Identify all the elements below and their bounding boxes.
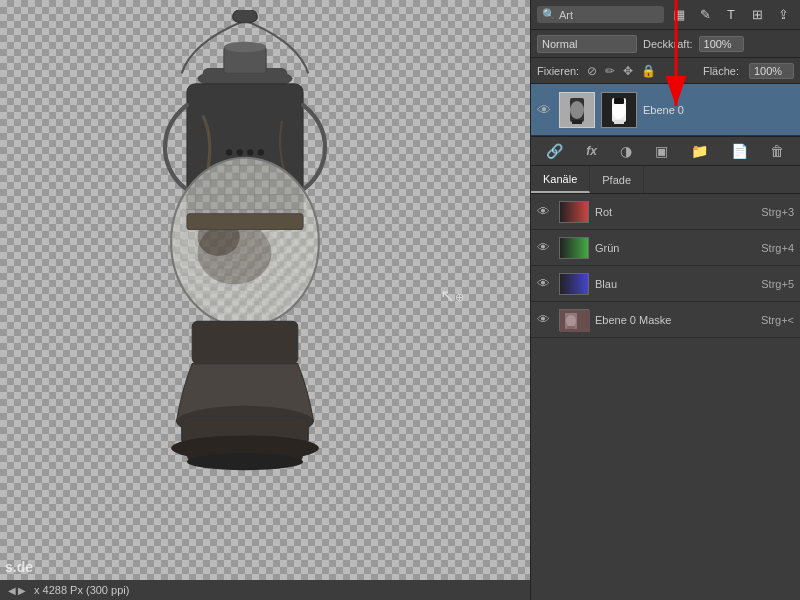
channel-rot-eye[interactable]: 👁 <box>537 204 553 219</box>
lantern-container <box>30 10 460 580</box>
svg-point-6 <box>237 149 243 155</box>
layer-name: Ebene 0 <box>643 104 794 116</box>
svg-point-26 <box>570 101 584 119</box>
text-icon-btn[interactable]: T <box>720 4 742 26</box>
svg-point-7 <box>247 149 253 155</box>
channels-section: Kanäle Pfade 👁 Rot Strg+3 👁 Grün Strg+4 … <box>531 166 800 600</box>
channel-maske-eye[interactable]: 👁 <box>537 312 553 327</box>
channel-rot-thumb <box>559 201 589 223</box>
svg-rect-27 <box>572 120 582 124</box>
nav-arrows[interactable]: ◀ ▶ <box>8 585 26 596</box>
lock-row: Fixieren: ⊘ ✏ ✥ 🔒 Fläche: <box>531 58 800 84</box>
prev-arrow[interactable]: ◀ <box>8 585 16 596</box>
folder-icon[interactable]: 📁 <box>686 140 713 162</box>
svg-point-23 <box>187 453 303 470</box>
blend-mode-select[interactable]: Normal Multiplizieren Negativ multipliz. <box>537 35 637 53</box>
channel-blau-eye[interactable]: 👁 <box>537 276 553 291</box>
watermark: s.de <box>5 559 33 575</box>
layer-thumbnail <box>559 92 595 128</box>
group-icon[interactable]: ▣ <box>650 140 673 162</box>
channel-maske-name: Ebene 0 Maske <box>595 314 755 326</box>
adjustment-icon[interactable]: ◑ <box>615 140 637 162</box>
channel-maske-thumb <box>559 309 589 331</box>
svg-rect-18 <box>192 321 298 363</box>
search-icon: 🔍 <box>542 8 556 21</box>
svg-point-8 <box>258 149 264 155</box>
lock-transparent-icon[interactable]: ⊘ <box>585 62 599 80</box>
svg-rect-17 <box>187 214 303 230</box>
lock-icons: ⊘ ✏ ✥ 🔒 <box>585 62 658 80</box>
fixieren-label: Fixieren: <box>537 65 579 77</box>
delete-icon[interactable]: 🗑 <box>765 140 789 162</box>
link-icon[interactable]: 🔗 <box>541 140 568 162</box>
channel-rot-name: Rot <box>595 206 755 218</box>
lock-all-icon[interactable]: 🔒 <box>639 62 658 80</box>
right-panel: 🔍 ▦ ✎ T ⊞ ⇪ Normal Multiplizieren Negati… <box>530 0 800 600</box>
channel-blau-thumb <box>559 273 589 295</box>
crop-icon-btn[interactable]: ⊞ <box>746 4 768 26</box>
channel-gruen-name: Grün <box>595 242 755 254</box>
channel-maske-shortcut: Strg+< <box>761 314 794 326</box>
layer-mask-thumbnail <box>601 92 637 128</box>
tab-pfade[interactable]: Pfade <box>590 166 644 193</box>
channel-blau-shortcut: Strg+5 <box>761 278 794 290</box>
layer-list: 👁 <box>531 84 800 136</box>
next-arrow[interactable]: ▶ <box>18 585 26 596</box>
flaeche-label: Fläche: <box>703 65 739 77</box>
lantern-image <box>30 10 460 580</box>
layer-bottom-toolbar: 🔗 fx ◑ ▣ 📁 📄 🗑 <box>531 136 800 166</box>
layer-item-ebene0[interactable]: 👁 <box>531 84 800 136</box>
search-box[interactable]: 🔍 <box>537 6 664 23</box>
channel-ebene0-maske[interactable]: 👁 Ebene 0 Maske Strg+< <box>531 302 800 338</box>
brush-icon-btn[interactable]: ✎ <box>694 4 716 26</box>
image-dimensions: x 4288 Px (300 ppi) <box>34 584 129 596</box>
svg-point-5 <box>226 149 232 155</box>
channel-blau-name: Blau <box>595 278 755 290</box>
channel-gruen-shortcut: Strg+4 <box>761 242 794 254</box>
blend-mode-row: Normal Multiplizieren Negativ multipliz.… <box>531 30 800 58</box>
panel-toolbar: 🔍 ▦ ✎ T ⊞ ⇪ <box>531 0 800 30</box>
svg-point-3 <box>224 42 266 53</box>
export-icon-btn[interactable]: ⇪ <box>772 4 794 26</box>
search-input[interactable] <box>559 9 659 21</box>
channel-gruen[interactable]: 👁 Grün Strg+4 <box>531 230 800 266</box>
channel-rot-shortcut: Strg+3 <box>761 206 794 218</box>
lock-move-icon[interactable]: ✥ <box>621 62 635 80</box>
channel-blau[interactable]: 👁 Blau Strg+5 <box>531 266 800 302</box>
svg-rect-40 <box>560 310 590 332</box>
channel-gruen-eye[interactable]: 👁 <box>537 240 553 255</box>
channels-tabs: Kanäle Pfade <box>531 166 800 194</box>
layer-visibility-icon[interactable]: 👁 <box>537 102 553 118</box>
canvas-area: ↖⊕ s.de ◀ ▶ x 4288 Px (300 ppi) <box>0 0 530 600</box>
svg-rect-32 <box>614 98 624 104</box>
channel-gruen-thumb <box>559 237 589 259</box>
status-bar: ◀ ▶ x 4288 Px (300 ppi) <box>0 580 530 600</box>
lock-paint-icon[interactable]: ✏ <box>603 62 617 80</box>
flaeche-input[interactable] <box>749 63 794 79</box>
channel-rot[interactable]: 👁 Rot Strg+3 <box>531 194 800 230</box>
deckkraft-label: Deckkraft: <box>643 38 693 50</box>
fx-icon[interactable]: fx <box>581 141 602 161</box>
svg-rect-31 <box>614 120 624 124</box>
grid-icon-btn[interactable]: ▦ <box>668 4 690 26</box>
tab-kanale[interactable]: Kanäle <box>531 166 590 193</box>
deckkraft-input[interactable] <box>699 36 744 52</box>
new-layer-icon[interactable]: 📄 <box>726 140 753 162</box>
